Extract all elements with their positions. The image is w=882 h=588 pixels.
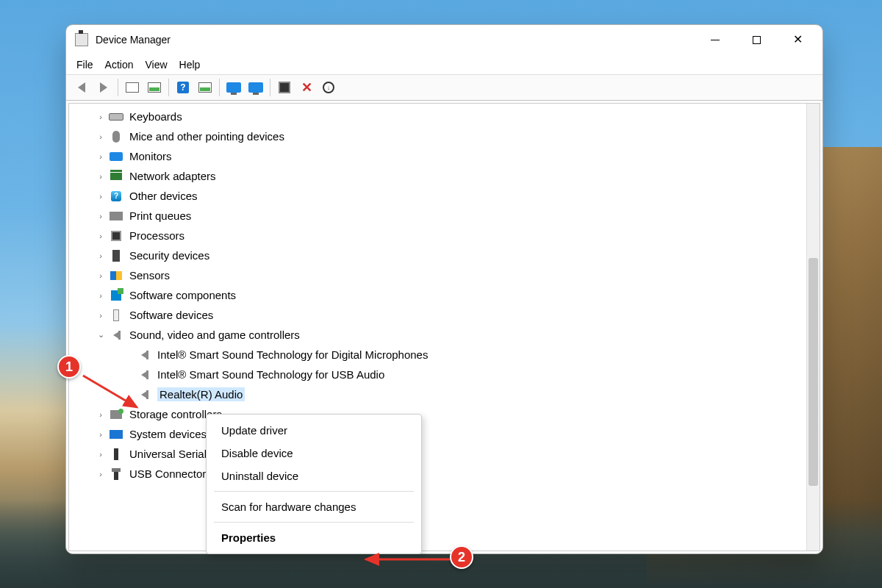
menu-properties[interactable]: Properties [207, 526, 421, 549]
menu-help[interactable]: Help [179, 59, 201, 71]
menu-separator [214, 522, 414, 523]
properties-button[interactable] [196, 78, 215, 97]
category-software-components[interactable]: ›Software components [69, 285, 806, 305]
category-other[interactable]: ›Other devices [69, 186, 806, 206]
refresh-button[interactable] [145, 78, 164, 97]
menubar: File Action View Help [66, 54, 822, 74]
minimize-button[interactable] [695, 25, 736, 54]
separator [219, 79, 220, 96]
device-intel-mic[interactable]: Intel® Smart Sound Technology for Digita… [69, 345, 806, 365]
maximize-button[interactable] [736, 25, 777, 54]
app-icon [75, 33, 88, 46]
category-system[interactable]: ›System devices [69, 424, 806, 444]
titlebar[interactable]: Device Manager ✕ [66, 25, 822, 54]
category-mice[interactable]: ›Mice and other pointing devices [69, 126, 806, 146]
menu-update-driver[interactable]: Update driver [207, 419, 421, 442]
separator [270, 79, 270, 96]
device-tree[interactable]: ›Keyboards ›Mice and other pointing devi… [69, 104, 806, 551]
menu-scan-hardware[interactable]: Scan for hardware changes [207, 495, 421, 518]
device-manager-window: Device Manager ✕ File Action View Help ?… [65, 24, 823, 554]
scrollbar-thumb[interactable] [808, 258, 818, 486]
context-menu: Update driver Disable device Uninstall d… [206, 414, 422, 554]
forward-button[interactable] [94, 78, 113, 97]
show-hidden-button[interactable] [123, 78, 142, 97]
category-sensors[interactable]: ›Sensors [69, 265, 806, 285]
chevron-down-icon: ⌄ [96, 330, 106, 340]
disable-button[interactable]: ↓ [319, 78, 338, 97]
category-security[interactable]: ›Security devices [69, 245, 806, 265]
category-sound[interactable]: ⌄Sound, video and game controllers [69, 325, 806, 345]
category-usb-connector[interactable]: ›USB Connector Man [69, 464, 806, 484]
help-button[interactable]: ? [173, 78, 193, 97]
device-realtek-audio[interactable]: Realtek(R) Audio [69, 384, 806, 404]
category-monitors[interactable]: ›Monitors [69, 146, 806, 166]
back-button[interactable] [72, 78, 91, 97]
menu-file[interactable]: File [76, 59, 93, 71]
category-software-devices[interactable]: ›Software devices [69, 305, 806, 325]
update-driver-button[interactable] [224, 78, 243, 97]
menu-separator [214, 491, 414, 492]
menu-action[interactable]: Action [105, 59, 134, 71]
window-title: Device Manager [96, 34, 171, 46]
category-processors[interactable]: ›Processors [69, 226, 806, 245]
enable-button[interactable] [275, 78, 294, 97]
toolbar: ? ✕ ↓ [66, 74, 822, 101]
separator [118, 79, 118, 96]
category-network[interactable]: ›Network adapters [69, 166, 806, 186]
device-intel-usb[interactable]: Intel® Smart Sound Technology for USB Au… [69, 365, 806, 384]
category-print[interactable]: ›Print queues [69, 206, 806, 226]
vertical-scrollbar[interactable] [806, 104, 820, 551]
menu-disable-device[interactable]: Disable device [207, 442, 421, 465]
menu-view[interactable]: View [145, 59, 167, 71]
separator [168, 79, 169, 96]
category-usb[interactable]: ›Universal Serial Bus [69, 444, 806, 464]
category-keyboards[interactable]: ›Keyboards [69, 107, 806, 126]
scan-hardware-button[interactable] [246, 78, 265, 97]
uninstall-button[interactable]: ✕ [297, 78, 316, 97]
close-button[interactable]: ✕ [777, 25, 818, 54]
category-storage[interactable]: ›Storage controllers [69, 404, 806, 424]
menu-uninstall-device[interactable]: Uninstall device [207, 465, 421, 487]
